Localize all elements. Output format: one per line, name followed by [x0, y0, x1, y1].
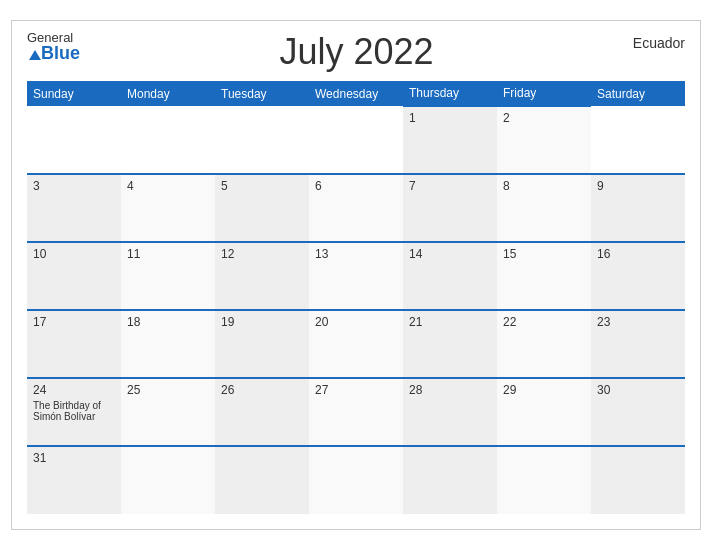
day-cell: 9: [591, 174, 685, 242]
day-cell: 31: [27, 446, 121, 514]
day-cell: [497, 446, 591, 514]
day-cell: 6: [309, 174, 403, 242]
calendar-title: July 2022: [80, 31, 633, 73]
day-number: 9: [597, 179, 679, 193]
day-number: 8: [503, 179, 585, 193]
day-number: 24: [33, 383, 115, 397]
day-cell: 24The Birthday of Simón Bolívar: [27, 378, 121, 446]
day-cell: 10: [27, 242, 121, 310]
day-number: 11: [127, 247, 209, 261]
day-number: 22: [503, 315, 585, 329]
day-number: 26: [221, 383, 303, 397]
day-number: 21: [409, 315, 491, 329]
weekday-header-sunday: Sunday: [27, 81, 121, 106]
weekday-header-tuesday: Tuesday: [215, 81, 309, 106]
day-number: 19: [221, 315, 303, 329]
calendar-table: SundayMondayTuesdayWednesdayThursdayFrid…: [27, 81, 685, 514]
day-cell: [591, 446, 685, 514]
day-number: 18: [127, 315, 209, 329]
day-number: 7: [409, 179, 491, 193]
week-row-4: 24The Birthday of Simón Bolívar252627282…: [27, 378, 685, 446]
day-number: 5: [221, 179, 303, 193]
day-number: 17: [33, 315, 115, 329]
calendar-header: General Blue July 2022 Ecuador: [27, 31, 685, 73]
day-cell: 12: [215, 242, 309, 310]
day-cell: 19: [215, 310, 309, 378]
day-cell: 26: [215, 378, 309, 446]
logo-blue-area: Blue: [27, 44, 80, 62]
weekday-header-monday: Monday: [121, 81, 215, 106]
day-number: 6: [315, 179, 397, 193]
day-cell: [121, 106, 215, 174]
week-row-5: 31: [27, 446, 685, 514]
day-event: The Birthday of Simón Bolívar: [33, 400, 115, 422]
day-cell: 2: [497, 106, 591, 174]
day-cell: 22: [497, 310, 591, 378]
day-cell: 14: [403, 242, 497, 310]
weekday-header-friday: Friday: [497, 81, 591, 106]
logo-blue-text: Blue: [41, 43, 80, 63]
day-cell: 13: [309, 242, 403, 310]
day-cell: 30: [591, 378, 685, 446]
day-number: 3: [33, 179, 115, 193]
day-cell: 1: [403, 106, 497, 174]
week-row-0: 12: [27, 106, 685, 174]
day-number: 27: [315, 383, 397, 397]
week-row-2: 10111213141516: [27, 242, 685, 310]
day-cell: 5: [215, 174, 309, 242]
day-cell: 15: [497, 242, 591, 310]
day-number: 10: [33, 247, 115, 261]
day-number: 28: [409, 383, 491, 397]
week-row-1: 3456789: [27, 174, 685, 242]
day-cell: 7: [403, 174, 497, 242]
day-cell: 17: [27, 310, 121, 378]
day-cell: 25: [121, 378, 215, 446]
day-cell: [403, 446, 497, 514]
day-number: 20: [315, 315, 397, 329]
day-cell: 28: [403, 378, 497, 446]
weekday-header-thursday: Thursday: [403, 81, 497, 106]
day-number: 25: [127, 383, 209, 397]
calendar: General Blue July 2022 Ecuador SundayMon…: [11, 20, 701, 530]
day-number: 23: [597, 315, 679, 329]
day-cell: 11: [121, 242, 215, 310]
day-cell: 16: [591, 242, 685, 310]
logo-triangle-icon: [29, 50, 41, 60]
weekday-header-saturday: Saturday: [591, 81, 685, 106]
day-cell: 29: [497, 378, 591, 446]
day-number: 2: [503, 111, 585, 125]
day-cell: 8: [497, 174, 591, 242]
day-cell: [309, 446, 403, 514]
week-row-3: 17181920212223: [27, 310, 685, 378]
day-cell: 23: [591, 310, 685, 378]
day-cell: [591, 106, 685, 174]
day-number: 1: [409, 111, 491, 125]
day-number: 16: [597, 247, 679, 261]
day-cell: 3: [27, 174, 121, 242]
day-cell: [215, 106, 309, 174]
day-cell: 4: [121, 174, 215, 242]
day-cell: [27, 106, 121, 174]
day-number: 12: [221, 247, 303, 261]
day-cell: 20: [309, 310, 403, 378]
day-number: 29: [503, 383, 585, 397]
day-cell: 18: [121, 310, 215, 378]
logo: General Blue: [27, 31, 80, 62]
day-number: 4: [127, 179, 209, 193]
day-number: 15: [503, 247, 585, 261]
day-cell: [215, 446, 309, 514]
day-cell: 21: [403, 310, 497, 378]
day-number: 30: [597, 383, 679, 397]
day-cell: [121, 446, 215, 514]
weekday-header-wednesday: Wednesday: [309, 81, 403, 106]
day-cell: 27: [309, 378, 403, 446]
day-number: 13: [315, 247, 397, 261]
day-number: 31: [33, 451, 115, 465]
calendar-country: Ecuador: [633, 31, 685, 51]
day-number: 14: [409, 247, 491, 261]
weekday-header-row: SundayMondayTuesdayWednesdayThursdayFrid…: [27, 81, 685, 106]
day-cell: [309, 106, 403, 174]
